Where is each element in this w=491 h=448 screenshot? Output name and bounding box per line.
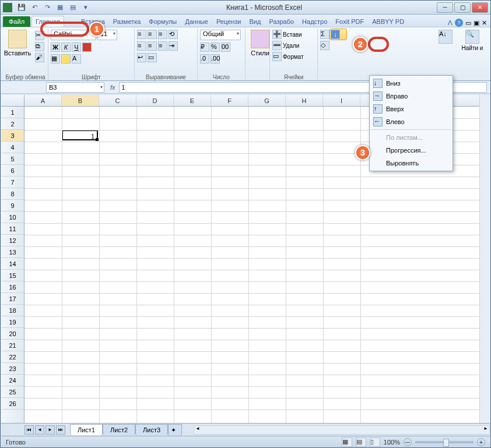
col-header-C[interactable]: C xyxy=(99,95,136,106)
cut-icon[interactable]: ✂ xyxy=(35,31,44,40)
align-top-icon[interactable]: ≡ xyxy=(137,30,146,39)
align-center-icon[interactable]: ≡ xyxy=(148,41,157,51)
bold-button[interactable]: Ж xyxy=(51,43,60,52)
font-color-icon[interactable] xyxy=(82,43,92,52)
row-header-1[interactable]: 1 xyxy=(1,107,24,118)
vertical-scrollbar[interactable] xyxy=(479,95,490,423)
row-header-15[interactable]: 15 xyxy=(1,270,24,281)
qat-new-icon[interactable]: ▦ xyxy=(54,2,66,13)
fill-right-item[interactable]: →Вправо xyxy=(371,90,451,103)
tab-addins[interactable]: Надстро xyxy=(298,16,331,27)
tab-developer[interactable]: Разрабо xyxy=(265,16,298,27)
currency-icon[interactable]: ₽ xyxy=(200,43,209,52)
row-header-12[interactable]: 12 xyxy=(1,235,24,246)
row-header-25[interactable]: 25 xyxy=(1,386,24,398)
comma-icon[interactable]: 00 xyxy=(221,43,230,52)
doc-close-icon[interactable]: ✕ xyxy=(482,19,487,27)
col-header-F[interactable]: F xyxy=(211,95,248,106)
col-header-E[interactable]: E xyxy=(174,95,211,106)
tab-home[interactable]: Главная xyxy=(31,16,64,27)
fill-button[interactable]: ↓ xyxy=(331,30,340,39)
tab-foxit[interactable]: Foxit PDF xyxy=(331,16,368,27)
sheet-tab-1[interactable]: Лист1 xyxy=(70,424,103,435)
row-header-7[interactable]: 7 xyxy=(1,177,24,188)
underline-button[interactable]: Ч xyxy=(72,43,81,52)
tab-insert[interactable]: Вставка xyxy=(77,16,109,27)
sheet-nav-prev[interactable]: ◄ xyxy=(35,425,44,435)
row-header-20[interactable]: 20 xyxy=(1,328,24,340)
zoom-in-button[interactable]: + xyxy=(477,438,485,446)
row-header-26[interactable]: 26 xyxy=(1,398,24,410)
row-header-23[interactable]: 23 xyxy=(1,363,24,375)
row-header-8[interactable]: 8 xyxy=(1,188,24,200)
qat-undo-icon[interactable]: ↶ xyxy=(29,2,40,13)
fill-left-item[interactable]: ←Влево xyxy=(371,115,451,128)
col-header-A[interactable]: A xyxy=(24,95,62,106)
row-header-4[interactable]: 4 xyxy=(1,142,24,153)
orient-icon[interactable]: ⟲ xyxy=(169,30,178,39)
fill-color-icon[interactable] xyxy=(61,54,71,64)
clear-icon[interactable]: ◇ xyxy=(320,41,329,50)
align-mid-icon[interactable]: ≡ xyxy=(148,30,157,39)
row-header-19[interactable]: 19 xyxy=(1,316,24,328)
delete-cells-icon[interactable]: ➖ xyxy=(272,41,282,50)
close-button[interactable]: ✕ xyxy=(472,2,488,13)
align-right-icon[interactable]: ≡ xyxy=(158,41,167,51)
format-cells-label[interactable]: Формат xyxy=(283,54,304,60)
italic-button[interactable]: К xyxy=(61,43,71,52)
row-header-24[interactable]: 24 xyxy=(1,375,24,386)
fill-up-item[interactable]: ↑Вверх xyxy=(371,103,451,115)
tab-review[interactable]: Рецензи xyxy=(212,16,246,27)
styles-button[interactable]: Стили xyxy=(248,30,272,57)
select-all-corner[interactable] xyxy=(1,95,24,107)
number-format-combo[interactable]: Общий xyxy=(200,30,241,40)
row-header-9[interactable]: 9 xyxy=(1,200,24,211)
active-cell[interactable]: 1 xyxy=(62,130,98,140)
dec-dec-icon[interactable]: .00 xyxy=(211,54,220,64)
indent-icon[interactable]: ⇥ xyxy=(169,41,178,51)
tab-view[interactable]: Вид xyxy=(246,16,265,27)
view-layout-icon[interactable]: ▤ xyxy=(356,438,366,447)
format-cells-icon[interactable]: ▭ xyxy=(272,52,282,61)
name-box[interactable]: B3 xyxy=(46,82,104,93)
wrap-icon[interactable]: ↩ xyxy=(137,53,146,62)
fill-down-item[interactable]: ↓Вниз xyxy=(371,77,451,90)
percent-icon[interactable]: % xyxy=(211,43,220,52)
sheet-tab-2[interactable]: Лист2 xyxy=(103,424,135,435)
inc-dec-icon[interactable]: .0 xyxy=(200,54,209,64)
col-header-B[interactable]: B xyxy=(62,95,99,106)
zoom-slider[interactable] xyxy=(415,441,474,443)
tab-data[interactable]: Данные xyxy=(181,16,212,27)
row-header-16[interactable]: 16 xyxy=(1,281,24,293)
qat-customize-icon[interactable]: ▾ xyxy=(80,2,92,13)
row-header-21[interactable]: 21 xyxy=(1,340,24,351)
row-header-6[interactable]: 6 xyxy=(1,165,24,177)
doc-restore-icon[interactable]: ▣ xyxy=(474,19,479,27)
qat-redo-icon[interactable]: ↷ xyxy=(41,2,53,13)
fx-icon[interactable]: fx xyxy=(110,84,115,91)
sheet-tab-new[interactable]: ✦ xyxy=(168,424,182,436)
find-button[interactable]: 🔍Найти и xyxy=(460,30,485,51)
fill-series-item[interactable]: Прогрессия... xyxy=(371,144,451,157)
row-header-3[interactable]: 3 xyxy=(1,130,24,142)
border-icon[interactable]: ▦ xyxy=(51,54,60,64)
row-header-14[interactable]: 14 xyxy=(1,258,24,270)
qat-open-icon[interactable]: ▤ xyxy=(67,2,79,13)
doc-minimize-icon[interactable]: ▭ xyxy=(465,19,471,27)
insert-cells-label[interactable]: Встави xyxy=(283,31,302,38)
view-normal-icon[interactable]: ▦ xyxy=(342,438,352,447)
horizontal-scrollbar[interactable] xyxy=(194,425,490,435)
tab-abbyy[interactable]: ABBYY PD xyxy=(368,16,408,27)
sheet-nav-first[interactable]: ⏮ xyxy=(24,425,34,435)
autosum-icon[interactable]: Σ xyxy=(320,30,329,39)
col-header-I[interactable]: I xyxy=(323,95,360,106)
insert-cells-icon[interactable]: ➕ xyxy=(272,30,282,39)
delete-cells-label[interactable]: Удали xyxy=(283,43,299,49)
font-size-combo[interactable]: 11 xyxy=(97,30,117,40)
file-tab[interactable]: Файл xyxy=(3,16,30,27)
row-header-11[interactable]: 11 xyxy=(1,223,24,235)
row-header-10[interactable]: 10 xyxy=(1,211,24,223)
ribbon-minimize-icon[interactable]: ᐱ xyxy=(448,19,453,27)
merge-icon[interactable]: ▭ xyxy=(148,53,157,62)
row-header-2[interactable]: 2 xyxy=(1,118,24,130)
